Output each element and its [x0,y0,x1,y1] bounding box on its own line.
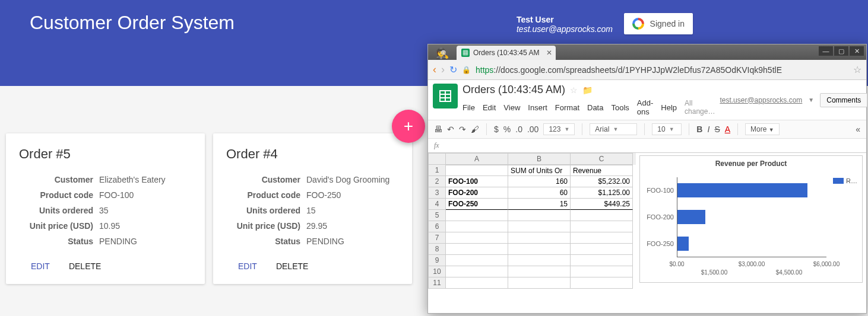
cell[interactable]: Revenue [571,165,633,176]
cell[interactable]: FOO-200 [446,187,508,199]
format-percent-button[interactable]: % [503,125,511,134]
toolbar-more-button[interactable]: More ▼ [745,123,780,135]
cell[interactable] [446,255,508,266]
cell[interactable] [508,232,571,244]
comments-button[interactable]: Comments [820,93,867,107]
cell[interactable] [446,221,508,232]
cell[interactable] [571,232,633,244]
cell[interactable] [446,277,508,289]
maximize-button[interactable]: ▢ [834,46,848,56]
row-header[interactable]: 4 [428,199,446,210]
redo-button[interactable]: ↷ [459,125,466,134]
format-currency-button[interactable]: $ [494,125,499,134]
row-header[interactable]: 1 [428,165,446,176]
cell[interactable] [446,266,508,277]
row-header[interactable]: 6 [428,221,446,232]
cell[interactable] [446,232,508,244]
cell[interactable] [446,210,508,221]
font-size-select[interactable]: 10▼ [652,123,682,135]
edit-button[interactable]: EDIT [31,261,50,271]
cell[interactable]: $1,125.00 [571,187,633,199]
column-header-B[interactable]: B [508,153,571,165]
cell[interactable] [571,266,633,277]
paint-format-button[interactable]: 🖌 [471,125,479,134]
toolbar-collapse-button[interactable]: « [856,125,860,134]
account-email[interactable]: test.user@appsrocks.com [720,96,802,104]
menu-edit[interactable]: Edit [483,103,496,112]
increase-decimal-button[interactable]: .00 [527,125,538,134]
select-all-corner[interactable] [428,153,446,165]
bold-button[interactable]: B [696,125,702,134]
close-window-button[interactable]: ✕ [850,46,864,56]
cell[interactable] [508,255,571,266]
row-header[interactable]: 2 [428,176,446,187]
menu-data[interactable]: Data [587,103,603,112]
cell[interactable] [446,244,508,255]
menu-file[interactable]: File [462,103,475,112]
cell[interactable] [571,255,633,266]
italic-button[interactable]: I [707,125,709,134]
nav-back-button[interactable]: ‹ [433,63,436,76]
minimize-button[interactable]: — [819,46,833,56]
reload-button[interactable]: ↻ [449,64,457,75]
edit-button[interactable]: EDIT [238,261,257,271]
strike-button[interactable]: S [714,125,720,134]
spreadsheet-grid[interactable]: A B C 1SUM of Units OrRevenue2FOO-100160… [428,153,636,316]
menu-help[interactable]: Help [661,103,677,112]
cell[interactable]: SUM of Units Or [508,165,571,176]
cell[interactable]: $449.25 [571,199,633,210]
cell[interactable]: 60 [508,187,571,199]
cell[interactable]: 15 [508,199,571,210]
menu-insert[interactable]: Insert [528,103,547,112]
cell[interactable] [508,210,571,221]
add-order-fab[interactable]: + [392,110,425,143]
delete-button[interactable]: DELETE [276,261,308,271]
row-header[interactable]: 5 [428,210,446,221]
row-header[interactable]: 9 [428,255,446,266]
menu-addons[interactable]: Add-ons [637,98,653,116]
column-header-A[interactable]: A [446,153,508,165]
text-color-button[interactable]: A [725,125,730,134]
bookmark-star-button[interactable]: ☆ [853,64,861,75]
cell[interactable]: FOO-100 [446,176,508,187]
tab-close-button[interactable]: ✕ [546,49,552,57]
cell[interactable] [508,266,571,277]
move-folder-button[interactable]: 📁 [582,85,593,95]
url-field[interactable]: https://docs.google.com/spreadsheets/d/1… [476,65,848,75]
font-family-select[interactable]: Arial▼ [590,123,637,135]
delete-button[interactable]: DELETE [69,261,101,271]
cell[interactable]: $5,232.00 [571,176,633,187]
cell[interactable]: FOO-250 [446,199,508,210]
row-header[interactable]: 3 [428,187,446,199]
cell[interactable]: 160 [508,176,571,187]
column-header-C[interactable]: C [571,153,633,165]
decrease-decimal-button[interactable]: .0 [515,125,522,134]
nav-forward-button[interactable]: › [441,63,445,76]
cell[interactable] [571,210,633,221]
revenue-chart[interactable]: Revenue per Product R… FOO-100FOO-200FOO… [639,155,863,283]
cell[interactable] [508,221,571,232]
row-header[interactable]: 10 [428,266,446,277]
document-title[interactable]: Orders (10:43:45 AM) [462,84,565,96]
cell[interactable] [571,244,633,255]
row-header[interactable]: 7 [428,232,446,244]
google-signin-badge[interactable]: Signed in [624,13,693,34]
row-header[interactable]: 11 [428,277,446,289]
cell[interactable] [508,277,571,289]
cell[interactable] [571,277,633,289]
formula-bar[interactable]: fx [428,139,866,153]
sheets-app-icon[interactable] [433,84,458,108]
cell[interactable] [446,165,508,176]
menu-view[interactable]: View [503,103,520,112]
menu-format[interactable]: Format [555,103,579,112]
cell[interactable] [571,221,633,232]
account-caret-icon[interactable]: ▼ [808,97,814,103]
browser-tab[interactable]: Orders (10:43:45 AM ✕ [457,46,556,60]
print-button[interactable]: 🖶 [434,125,442,134]
star-doc-button[interactable]: ☆ [570,85,578,95]
menu-tools[interactable]: Tools [611,103,629,112]
cell[interactable] [508,244,571,255]
row-header[interactable]: 8 [428,244,446,255]
undo-button[interactable]: ↶ [447,125,454,134]
number-format-select[interactable]: 123▼ [543,123,575,135]
